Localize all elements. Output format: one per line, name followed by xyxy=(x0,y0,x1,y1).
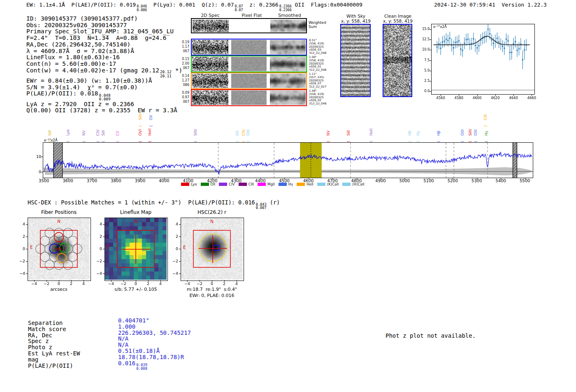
spec2d-row-fiber-id: 1.11"(557, 245)20200325v026_07312_LU_027 xyxy=(309,73,326,89)
legend-swatch xyxy=(181,183,189,186)
fit-plot-ytick-mark xyxy=(430,71,431,71)
panel-ytick-mark xyxy=(103,249,105,249)
spectrum-xtick-mark xyxy=(140,178,141,179)
panel-ytick-mark xyxy=(179,261,181,262)
fiber-weight: 2.00 xyxy=(177,61,189,66)
panel-xtick-mark xyxy=(237,280,237,282)
spectrum-xtick-mark xyxy=(309,178,309,179)
panel-xlabel: s/b: 5.77 +/- 0.105 xyxy=(97,287,175,292)
pixel-flat-image xyxy=(231,40,267,54)
spectrum-xtick-mark xyxy=(332,178,333,179)
emission-line-label: SiIV xyxy=(193,129,197,136)
fit-plot-ytick: 5.0 xyxy=(417,69,430,72)
info-primary-spec: Primary Spec_Slot_IFU_AMP: 312_045_065_L… xyxy=(26,28,182,35)
panel-xlabel2: EWr: 0, PLAE: 0.016 xyxy=(173,293,251,298)
spectrum-xtick-mark xyxy=(44,178,44,179)
spec2d-row-weights: 0.141.27086 xyxy=(177,74,189,87)
panel-xtick-mark xyxy=(59,280,59,282)
match-table-label: Photo z xyxy=(28,344,52,350)
spec2d-image xyxy=(192,90,228,105)
panel-ytick: 0 xyxy=(94,246,102,251)
spectrum-xtick-mark xyxy=(381,178,381,179)
emission-line-label: OIII xyxy=(474,130,478,136)
lineflux-map-image xyxy=(105,218,167,280)
fiber-id-line: 312_LU_046 xyxy=(309,102,326,106)
spec2d-image xyxy=(193,20,229,32)
panel-ytick-mark xyxy=(179,274,181,274)
panel-xtick: 4 xyxy=(232,281,241,286)
emission-line-bracket: ( xyxy=(474,141,478,142)
panel-xtick-mark xyxy=(212,280,212,282)
spec2d-image xyxy=(192,40,228,54)
fit-plot-ytick: 2.5 xyxy=(417,79,430,83)
header-summary: EW: 1.1±4.1Å P(LAE)/P(OII): 0.0190.0460.… xyxy=(26,2,362,12)
emission-line-bracket: ( xyxy=(484,141,488,142)
fiber-weight: 086 xyxy=(177,83,189,87)
north-label: N xyxy=(105,219,167,224)
fit-plot-unit-label: e⁻¹⁷x2Å xyxy=(433,25,447,29)
spec2d-image xyxy=(192,74,228,88)
fit-plot-ytick-mark xyxy=(430,39,431,40)
panel-xtick-mark xyxy=(136,280,136,282)
info-obs: Obs: 20200325v026_3090145377 xyxy=(26,22,182,29)
info-id: ID: 3090145377 (3090145377.pdf) xyxy=(26,16,182,22)
panel-xlabel: m:18.7 re:1.9" s:0.4" xyxy=(173,287,251,292)
info-sn: S/N = 3.9(±1.4) χ² = 0.7(±0.0) xyxy=(26,84,182,91)
info-lya-z: LyA z = 2.7920 OII z = 0.2366 xyxy=(26,101,182,108)
info-plae: P(LAE)/P(OII): 0.0180.0480.009 xyxy=(26,90,182,101)
match-table-label: P(LAE)/P(OII) xyxy=(28,362,73,369)
spectrum-xtick-mark xyxy=(260,178,261,179)
spectrum-xtick-mark xyxy=(477,178,477,179)
fit-plot-ytick: 10.0 xyxy=(417,48,430,51)
emission-line-bracket: ( xyxy=(437,141,441,142)
fiber-weight: 1.17 xyxy=(177,44,189,49)
info-lambda: λ = 4609.87Å σ = 7.02(±3.88)Å xyxy=(26,48,182,55)
fit-plot-xtick: 4580 xyxy=(453,96,465,100)
match-value-text: 226.296303, 50.745217 xyxy=(118,329,191,336)
emission-line-label: SiIV xyxy=(138,113,142,120)
fiber-weight: 0.19 xyxy=(177,40,189,44)
match-table-label: Separation xyxy=(28,320,63,326)
header-qz-errors: 0.070.07 xyxy=(235,5,243,12)
panel-xtick: 0 xyxy=(55,281,63,286)
east-label: E xyxy=(30,245,33,250)
spectrum-xtick-mark xyxy=(284,178,285,179)
emission-line-bracket: ( xyxy=(246,141,250,142)
emission-line-label: Hβ xyxy=(437,130,441,136)
header-z: z: 0.2366 xyxy=(243,2,279,8)
fiber-weight: 0.14 xyxy=(177,74,189,78)
fit-plot-xtick: 4660 xyxy=(526,96,537,100)
fit-plot-ytick-mark xyxy=(430,81,431,81)
full-spectrum-canvas xyxy=(43,143,533,178)
spectrum-xtick-mark xyxy=(453,178,453,179)
panel-ytick: 4 xyxy=(170,222,178,226)
smoothed-image xyxy=(270,74,306,88)
emission-line-bracket: ( xyxy=(96,141,100,142)
legend-swatch xyxy=(201,183,209,186)
fiber-weight: 0.09 xyxy=(177,90,189,95)
emission-line-bracket: ( xyxy=(326,141,330,142)
emission-line-bracket: ( xyxy=(468,141,472,142)
spec2d-row-fiber-id: 0.51"(558, 419)20200325v026_03312_LU_046 xyxy=(309,39,326,55)
with-sky-image xyxy=(341,25,370,96)
header-plae-poii: P(LAE)/P(OII): 0.019 xyxy=(72,2,136,8)
spectrum-xtick-mark xyxy=(116,178,116,179)
info-ewr: EWr = 0.84(±0.30) (w: 1.10(±0.38))Å xyxy=(26,78,182,84)
panel-xtick-mark xyxy=(160,280,161,282)
emission-line-bracket: ( xyxy=(483,125,488,127)
emission-line-label: CII xyxy=(116,131,120,136)
col-header-pixelflat: Pixel Flat xyxy=(233,13,271,18)
emission-line-label: OIII xyxy=(246,130,250,136)
detection-info-block: ID: 3090145377 (3090145377.pdf) Obs: 202… xyxy=(26,16,182,114)
panel-xtick: 4 xyxy=(156,281,165,286)
legend-swatch xyxy=(219,183,227,186)
info-cont-n: Cont(n) = 5.60(±0.00)e-17 xyxy=(26,61,182,67)
line-fit-canvas xyxy=(432,24,534,94)
panel-xtick: 2 xyxy=(67,281,75,286)
panel-xtick-mark xyxy=(148,280,149,282)
emission-line-label: SiIV xyxy=(468,129,472,136)
emission-line-label: OIII xyxy=(460,130,465,136)
match-table-label: Spec z xyxy=(28,338,49,344)
emission-line-label: HeII xyxy=(148,128,152,136)
panel-ytick-mark xyxy=(179,237,181,237)
